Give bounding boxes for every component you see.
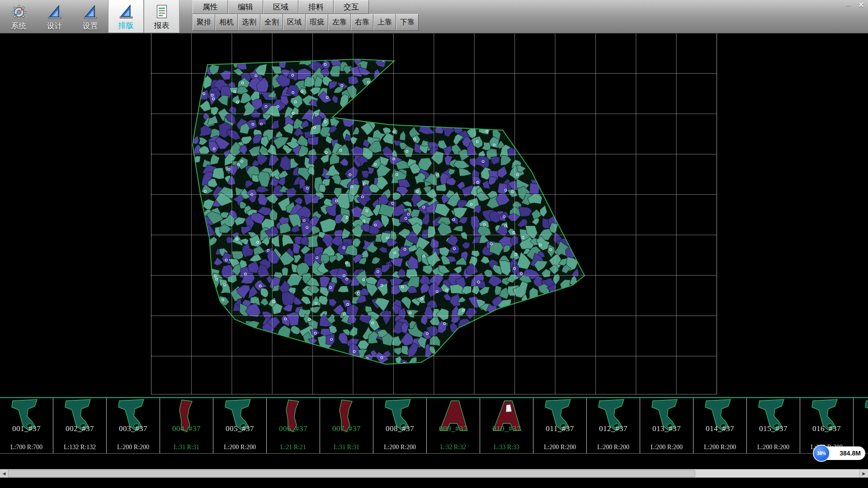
- part-name: 012_#37: [587, 424, 640, 433]
- part-name: 010_#37: [480, 424, 533, 433]
- launcher-button-label: 设置: [83, 21, 98, 31]
- menu-tab[interactable]: 区域: [263, 0, 298, 14]
- part-item[interactable]: 009_#37L:32 R:32: [427, 398, 480, 453]
- scroll-right-arrow-icon[interactable]: ▶: [859, 469, 868, 478]
- tool-button[interactable]: 区域: [283, 14, 306, 31]
- part-name: 002_#37: [53, 424, 106, 433]
- part-name: 005_#37: [213, 424, 266, 433]
- part-sizes: L:200 R:200: [373, 444, 426, 451]
- tool-button[interactable]: 选割: [238, 14, 260, 31]
- window-controls: ─ ✕: [846, 1, 864, 9]
- tool-button[interactable]: 聚排: [193, 14, 215, 31]
- part-thumbnail: [857, 398, 868, 433]
- tool-button[interactable]: 瑕疵: [306, 14, 328, 31]
- part-item[interactable]: 003_#37L:200 R:200: [107, 398, 160, 453]
- part-item[interactable]: 002_#37L:132 R:132: [53, 398, 107, 453]
- part-item[interactable]: 015_#37L:200 R:200: [747, 398, 800, 453]
- part-name: 007_#37: [320, 424, 373, 433]
- menu-tab[interactable]: 编辑: [228, 0, 263, 14]
- tool-button[interactable]: 左靠: [328, 14, 351, 31]
- tool-button-bar: 聚排相机选割全割区域瑕疵左靠右靠上靠下靠: [193, 14, 419, 31]
- part-name: 009_#37: [427, 424, 480, 433]
- launcher-button[interactable]: 报表: [144, 0, 179, 33]
- part-item[interactable]: 007_#37L:31 R:31: [320, 398, 373, 453]
- part-sizes: L:33 R:33: [480, 444, 533, 451]
- part-sizes: L:200 R:200: [587, 444, 640, 451]
- part-item[interactable]: 013_#37L:200 R:200: [640, 398, 693, 453]
- launcher-button[interactable]: 设计: [37, 0, 72, 33]
- part-sizes: L:32 R:32: [427, 444, 480, 451]
- menu-tab-bar: 属性编辑区域排料交互: [193, 0, 369, 14]
- menu-tab[interactable]: 属性: [193, 0, 228, 14]
- part-item[interactable]: 004_#37L:31 R:31: [160, 398, 213, 453]
- part-item[interactable]: 010_#37L:33 R:33: [480, 398, 533, 453]
- part-name: 013_#37: [640, 424, 693, 433]
- part-sizes: L:200 R:200: [213, 444, 266, 451]
- launcher-button[interactable]: 设置: [72, 0, 108, 33]
- launcher-button[interactable]: 系统: [1, 0, 37, 33]
- part-sizes: L:200 R:200: [693, 444, 746, 451]
- menu-tab[interactable]: 交互: [334, 0, 369, 14]
- part-item[interactable]: 011_#37L:200 R:200: [533, 398, 587, 453]
- part-sizes: L:200 R:200: [533, 444, 586, 451]
- part-name: 006_#37: [267, 424, 320, 433]
- scroll-thumb[interactable]: [8, 470, 695, 477]
- part-name: 011_#37: [533, 424, 586, 433]
- part-name: 001_#37: [0, 424, 53, 433]
- gear-icon: [11, 4, 27, 20]
- design-icon: [47, 4, 63, 20]
- launcher-button-label: 系统: [11, 21, 27, 31]
- launcher-bar: 系统 设计 设置 排版 报表: [1, 0, 179, 33]
- part-name: 016_#37: [800, 424, 853, 433]
- launcher-button[interactable]: 排版: [108, 0, 144, 33]
- part-sizes: L:200 R:200: [107, 444, 160, 451]
- progress-circle[interactable]: 38%: [813, 445, 830, 462]
- nesting-workspace[interactable]: [0, 33, 868, 397]
- part-name: 003_#37: [107, 424, 160, 433]
- tool-button[interactable]: 下靠: [396, 14, 419, 31]
- scroll-left-arrow-icon[interactable]: ◀: [0, 469, 9, 478]
- part-sizes: L:200 R:200: [747, 444, 800, 451]
- part-item[interactable]: 008_#37L:200 R:200: [373, 398, 427, 453]
- part-item[interactable]: 014_#37L:200 R:200: [693, 398, 747, 453]
- nesting-canvas[interactable]: [151, 33, 717, 394]
- horizontal-scrollbar[interactable]: ◀ ▶: [0, 469, 868, 478]
- part-name: 014_#37: [693, 424, 746, 433]
- launcher-button-label: 排版: [118, 20, 134, 31]
- close-button[interactable]: ✕: [858, 1, 864, 9]
- launcher-button-label: 设计: [47, 21, 62, 31]
- toolbar: 系统 设计 设置 排版 报表 属性编辑区域排料交互 聚排相机选割全割区域瑕疵左靠…: [0, 0, 868, 33]
- part-item[interactable]: 012_#37L:200 R:200: [587, 398, 640, 453]
- part-item[interactable]: 006_#37L:21 R:21: [267, 398, 320, 453]
- memory-widget: 384.8M 38%: [813, 445, 865, 462]
- tool-button[interactable]: 相机: [215, 14, 238, 31]
- menu-tab[interactable]: 排料: [298, 0, 334, 14]
- part-sizes: L:31 R:31: [160, 444, 213, 451]
- tool-button[interactable]: 上靠: [373, 14, 396, 31]
- tool-button[interactable]: 右靠: [351, 14, 373, 31]
- minimize-button[interactable]: ─: [846, 1, 851, 9]
- design-icon: [82, 4, 99, 20]
- launcher-button-label: 报表: [154, 20, 170, 31]
- part-name: 015_#37: [747, 424, 800, 433]
- part-sizes: L:700 R:700: [0, 444, 53, 451]
- tool-button[interactable]: 全割: [260, 14, 283, 31]
- part-sizes: L:200 R:200: [640, 444, 693, 451]
- parts-strip: 001_#37L:700 R:700002_#37L:132 R:132003_…: [0, 397, 868, 454]
- report-icon: [154, 4, 170, 20]
- part-name: 008_#37: [373, 424, 426, 433]
- part-sizes: L:21 R:21: [267, 444, 320, 451]
- part-name: 004_#37: [160, 424, 213, 433]
- design-icon: [118, 4, 134, 20]
- part-item[interactable]: 005_#37L:200 R:200: [213, 398, 267, 453]
- part-sizes: L:31 R:31: [320, 444, 373, 451]
- part-item[interactable]: 001_#37L:700 R:700: [0, 398, 53, 453]
- part-sizes: L:132 R:132: [53, 444, 106, 451]
